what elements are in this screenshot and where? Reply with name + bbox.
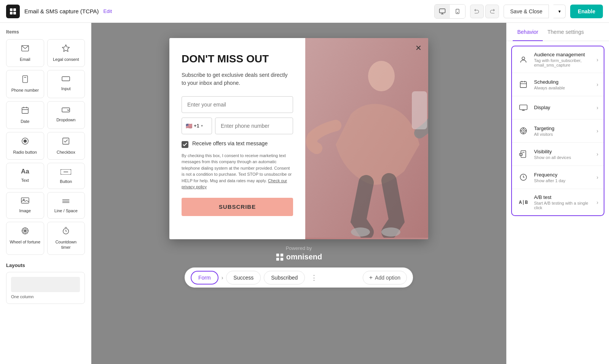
phone-input[interactable]	[215, 118, 293, 134]
brand-name: omnisend	[276, 253, 322, 261]
country-code-select[interactable]: 🇺🇸 +1 ▾	[182, 118, 212, 134]
targeting-label: Targeting	[534, 126, 592, 131]
frequency-arrow-icon: ›	[596, 174, 598, 180]
targeting-sub: All visitors	[534, 132, 592, 137]
desktop-view-btn[interactable]	[435, 5, 450, 18]
sidebar-item-button-label: Button	[60, 179, 72, 184]
sidebar-item-phone[interactable]: Phone number	[6, 70, 44, 98]
svg-rect-8	[22, 76, 27, 83]
sidebar-item-date[interactable]: Date	[6, 101, 44, 129]
save-dropdown-btn[interactable]: ▾	[553, 5, 566, 18]
sidebar-item-dropdown[interactable]: Dropdown	[47, 101, 85, 129]
display-icon	[517, 102, 529, 114]
behavior-item-audience[interactable]: Audience management Tag with form_subscr…	[512, 46, 604, 73]
visibility-sub: Show on all devices	[534, 155, 592, 160]
sidebar-item-text[interactable]: Aa Text	[6, 163, 44, 189]
right-panel-tabs: Behavior Theme settings	[507, 23, 609, 41]
page-title: Email & SMS capture (TCPA)	[24, 8, 99, 14]
sidebar-item-date-label: Date	[21, 119, 29, 124]
tab-more-btn[interactable]: ⋮	[308, 272, 320, 284]
frequency-sub: Show after 1 day	[534, 178, 592, 183]
form-tab[interactable]: Form	[191, 271, 218, 285]
sidebar-item-legal-label: Legal consent	[53, 57, 79, 62]
tab-behavior[interactable]: Behavior	[513, 23, 543, 41]
targeting-text: Targeting All visitors	[534, 126, 592, 137]
left-sidebar: Items Email Legal consent Phone number	[0, 23, 91, 364]
targeting-icon	[517, 125, 529, 137]
audience-sub: Tag with form_subscriber, email_sms_capt…	[534, 58, 592, 67]
frequency-icon	[517, 171, 529, 183]
svg-rect-41	[281, 258, 283, 260]
sidebar-item-wheel-label: Wheel of fortune	[10, 239, 40, 245]
behavior-item-visibility[interactable]: Visibility Show on all devices ›	[512, 143, 604, 166]
popup-image-area	[305, 38, 428, 239]
edit-link[interactable]: Edit	[104, 8, 112, 14]
audience-arrow-icon: ›	[596, 57, 598, 63]
items-grid: Email Legal consent Phone number Input	[6, 39, 85, 255]
sidebar-item-radio-label: Radio button	[13, 149, 37, 155]
scheduling-sub: Always available	[534, 86, 592, 90]
sidebar-item-email[interactable]: Email	[6, 39, 44, 67]
svg-point-42	[522, 57, 525, 59]
svg-point-36	[351, 227, 370, 237]
phone-icon	[21, 75, 29, 85]
plus-icon: +	[369, 274, 373, 281]
audience-label: Audience management	[534, 52, 592, 57]
svg-rect-43	[520, 82, 527, 88]
scheduling-text: Scheduling Always available	[534, 79, 592, 90]
sidebar-item-button[interactable]: Button	[47, 163, 85, 189]
behavior-item-ab-test[interactable]: A|B A/B test Start A/B testing with a si…	[512, 189, 604, 215]
wheel-icon	[21, 227, 29, 237]
sidebar-item-checkbox-label: Checkbox	[57, 149, 75, 155]
svg-rect-4	[440, 9, 445, 13]
history-btns	[470, 5, 499, 18]
enable-btn[interactable]: Enable	[570, 5, 603, 18]
redo-btn[interactable]	[485, 5, 499, 18]
behavior-item-targeting[interactable]: Targeting All visitors ›	[512, 119, 604, 143]
svg-point-34	[368, 61, 395, 91]
sidebar-item-radio[interactable]: Radio button	[6, 132, 44, 160]
one-column-layout[interactable]: One column	[6, 272, 85, 304]
save-close-btn[interactable]: Save & Close	[504, 5, 549, 18]
input-icon	[62, 75, 70, 84]
display-arrow-icon: ›	[596, 105, 598, 111]
layout-preview-visual	[11, 277, 80, 292]
svg-point-52	[523, 130, 524, 131]
sidebar-item-line[interactable]: Line / Space	[47, 192, 85, 218]
svg-rect-38	[276, 253, 279, 256]
subscribe-btn[interactable]: SUBSCRIBE	[182, 198, 293, 216]
tab-theme-settings[interactable]: Theme settings	[543, 23, 588, 41]
canvas: ✕ DON'T MISS OUT Subscribe to get exclus…	[91, 23, 506, 364]
button-icon	[61, 168, 71, 176]
phone-row: 🇺🇸 +1 ▾	[182, 118, 293, 134]
legal-text: By checking this box, I consent to recei…	[182, 153, 293, 190]
success-tab[interactable]: Success	[226, 271, 261, 285]
mobile-view-btn[interactable]	[450, 5, 465, 18]
behavior-item-display[interactable]: Display ›	[512, 96, 604, 119]
dropdown-arrow-icon: ▾	[201, 124, 203, 128]
sidebar-item-countdown[interactable]: Countdown timer	[47, 222, 85, 255]
add-option-btn[interactable]: + Add option	[363, 271, 407, 285]
sidebar-item-image[interactable]: Image	[6, 192, 44, 218]
sidebar-item-phone-label: Phone number	[11, 87, 39, 93]
ab-test-text: A/B test Start A/B testing with a single…	[534, 194, 592, 210]
behavior-item-frequency[interactable]: Frequency Show after 1 day ›	[512, 166, 604, 189]
sidebar-item-wheel[interactable]: Wheel of fortune	[6, 222, 44, 255]
svg-rect-47	[520, 105, 527, 110]
sidebar-item-legal[interactable]: Legal consent	[47, 39, 85, 67]
popup-title: DON'T MISS OUT	[182, 53, 293, 65]
subscribed-tab[interactable]: Subscribed	[264, 271, 305, 285]
sidebar-item-input[interactable]: Input	[47, 70, 85, 98]
behavior-item-scheduling[interactable]: Scheduling Always available ›	[512, 73, 604, 96]
sms-checkbox[interactable]	[182, 141, 188, 148]
right-panel: Behavior Theme settings Audience managem…	[506, 23, 609, 364]
sidebar-item-checkbox[interactable]: Checkbox	[47, 132, 85, 160]
undo-btn[interactable]	[470, 5, 484, 18]
popup-close-btn[interactable]: ✕	[413, 43, 424, 53]
checkbox-row: Receive offers via text message	[182, 140, 293, 148]
email-input[interactable]	[182, 96, 293, 113]
layout-label: One column	[11, 294, 80, 299]
scheduling-label: Scheduling	[534, 79, 592, 85]
sidebar-item-dropdown-label: Dropdown	[56, 117, 75, 122]
svg-rect-57	[521, 151, 526, 157]
